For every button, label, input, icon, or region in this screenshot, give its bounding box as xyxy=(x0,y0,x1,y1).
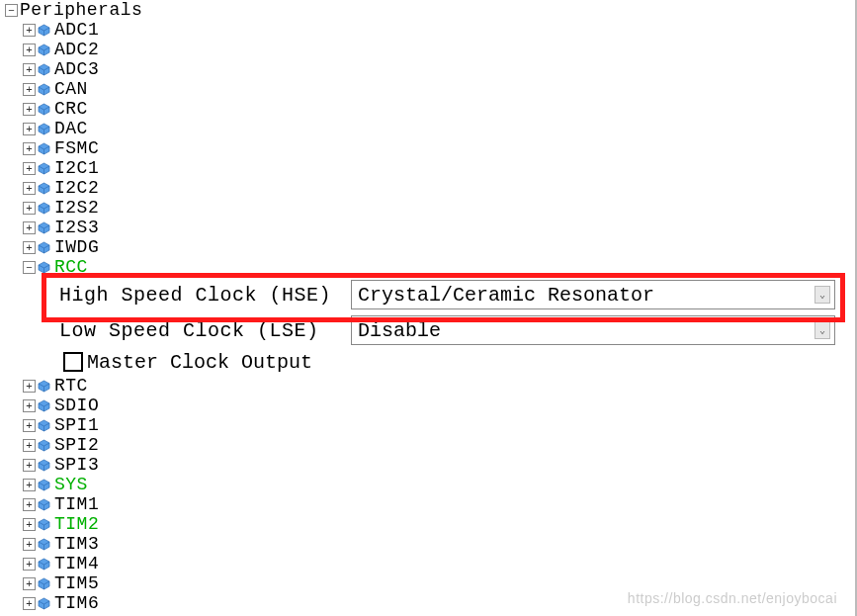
expand-icon[interactable]: + xyxy=(23,439,36,452)
expand-icon[interactable]: + xyxy=(23,498,36,511)
peripheral-icon xyxy=(38,162,50,175)
peripheral-icon xyxy=(38,261,50,274)
tree-item-label: I2S2 xyxy=(54,198,99,218)
tree-item-iwdg[interactable]: +IWDG xyxy=(0,237,855,257)
tree-item-label: ADC2 xyxy=(54,40,99,59)
tree-root-peripherals[interactable]: − Peripherals xyxy=(0,0,855,20)
tree-item-spi1[interactable]: +SPI1 xyxy=(0,415,855,435)
rcc-mco-row: Master Clock Output xyxy=(0,348,855,376)
tree-item-i2c2[interactable]: +I2C2 xyxy=(0,178,855,198)
collapse-icon[interactable]: − xyxy=(23,261,36,274)
expand-icon[interactable]: + xyxy=(23,123,36,135)
expand-icon[interactable]: + xyxy=(23,518,36,531)
expand-icon[interactable]: + xyxy=(23,399,36,412)
root-label: Peripherals xyxy=(20,0,142,20)
collapse-icon[interactable]: − xyxy=(5,4,18,17)
tree-item-i2s2[interactable]: +I2S2 xyxy=(0,198,855,218)
peripheral-icon xyxy=(38,577,50,590)
expand-icon[interactable]: + xyxy=(23,83,36,96)
chevron-down-icon: ⌄ xyxy=(814,321,830,339)
tree-item-label: SDIO xyxy=(54,396,99,415)
peripheral-icon xyxy=(38,123,50,135)
peripheral-icon xyxy=(38,419,50,432)
expand-icon[interactable]: + xyxy=(23,459,36,472)
peripheral-icon xyxy=(38,459,50,472)
expand-icon[interactable]: + xyxy=(23,419,36,432)
hse-label: High Speed Clock (HSE) xyxy=(59,284,351,307)
expand-icon[interactable]: + xyxy=(23,24,36,37)
expand-icon[interactable]: + xyxy=(23,182,36,195)
expand-icon[interactable]: + xyxy=(23,44,36,56)
peripheral-icon xyxy=(38,221,50,234)
tree-item-label: TIM4 xyxy=(54,554,99,573)
tree-item-sdio[interactable]: +SDIO xyxy=(0,396,855,415)
tree-item-label: ADC1 xyxy=(54,20,99,40)
tree-item-label: TIM3 xyxy=(54,534,99,554)
tree-item-label: SPI1 xyxy=(54,415,99,435)
lse-value: Disable xyxy=(358,319,441,342)
peripheral-icon xyxy=(38,182,50,195)
tree-item-sys[interactable]: +SYS xyxy=(0,475,855,494)
tree-item-adc2[interactable]: +ADC2 xyxy=(0,40,855,59)
expand-icon[interactable]: + xyxy=(23,63,36,76)
tree-item-spi2[interactable]: +SPI2 xyxy=(0,435,855,455)
hse-select[interactable]: Crystal/Ceramic Resonator ⌄ xyxy=(351,280,835,309)
tree-item-i2s3[interactable]: +I2S3 xyxy=(0,218,855,237)
tree-item-spi3[interactable]: +SPI3 xyxy=(0,455,855,475)
tree-item-tim4[interactable]: +TIM4 xyxy=(0,554,855,573)
mco-checkbox[interactable] xyxy=(63,352,83,372)
tree-item-label: SPI2 xyxy=(54,435,99,455)
tree-item-label: SPI3 xyxy=(54,455,99,475)
tree-item-i2c1[interactable]: +I2C1 xyxy=(0,158,855,178)
expand-icon[interactable]: + xyxy=(23,241,36,254)
peripheral-icon xyxy=(38,83,50,96)
lse-select[interactable]: Disable ⌄ xyxy=(351,315,835,345)
expand-icon[interactable]: + xyxy=(23,103,36,116)
tree-item-fsmc[interactable]: +FSMC xyxy=(0,138,855,158)
chevron-down-icon: ⌄ xyxy=(814,286,830,304)
peripheral-icon xyxy=(38,479,50,491)
tree-item-rtc[interactable]: +RTC xyxy=(0,376,855,396)
expand-icon[interactable]: + xyxy=(23,162,36,175)
peripheral-icon xyxy=(38,498,50,511)
peripheral-icon xyxy=(38,439,50,452)
tree-item-label: TIM2 xyxy=(54,514,99,534)
tree-item-label: IWDG xyxy=(54,237,99,257)
tree-item-tim1[interactable]: +TIM1 xyxy=(0,494,855,514)
tree-item-can[interactable]: +CAN xyxy=(0,79,855,99)
expand-icon[interactable]: + xyxy=(23,202,36,215)
tree-item-label: DAC xyxy=(54,119,88,138)
tree-item-tim2[interactable]: +TIM2 xyxy=(0,514,855,534)
peripheral-icon xyxy=(38,24,50,37)
peripherals-tree: − Peripherals +ADC1+ADC2+ADC3+CAN+CRC+DA… xyxy=(0,0,855,613)
expand-icon[interactable]: + xyxy=(23,597,36,610)
peripheral-icon xyxy=(38,142,50,155)
peripheral-icon xyxy=(38,558,50,571)
tree-item-tim3[interactable]: +TIM3 xyxy=(0,534,855,554)
tree-item-adc1[interactable]: +ADC1 xyxy=(0,20,855,40)
expand-icon[interactable]: + xyxy=(23,221,36,234)
tree-item-label: I2C1 xyxy=(54,158,99,178)
mco-label: Master Clock Output xyxy=(87,351,312,374)
tree-item-crc[interactable]: +CRC xyxy=(0,99,855,119)
expand-icon[interactable]: + xyxy=(23,479,36,491)
tree-item-adc3[interactable]: +ADC3 xyxy=(0,59,855,79)
tree-item-label: SYS xyxy=(54,475,88,494)
expand-icon[interactable]: + xyxy=(23,538,36,551)
tree-item-label: CAN xyxy=(54,79,88,99)
tree-item-label: ADC3 xyxy=(54,59,99,79)
tree-item-dac[interactable]: +DAC xyxy=(0,119,855,138)
peripheral-icon xyxy=(38,597,50,610)
expand-icon[interactable]: + xyxy=(23,577,36,590)
peripheral-icon xyxy=(38,380,50,393)
expand-icon[interactable]: + xyxy=(23,142,36,155)
rcc-lse-row: Low Speed Clock (LSE) Disable ⌄ xyxy=(0,312,855,348)
tree-item-label: FSMC xyxy=(54,138,99,158)
watermark: https://blog.csdn.net/enjoybocai xyxy=(628,590,837,606)
expand-icon[interactable]: + xyxy=(23,380,36,393)
expand-icon[interactable]: + xyxy=(23,558,36,571)
peripheral-icon xyxy=(38,538,50,551)
tree-item-label: CRC xyxy=(54,99,88,119)
tree-item-rcc[interactable]: − RCC xyxy=(0,257,855,277)
peripheral-icon xyxy=(38,44,50,56)
